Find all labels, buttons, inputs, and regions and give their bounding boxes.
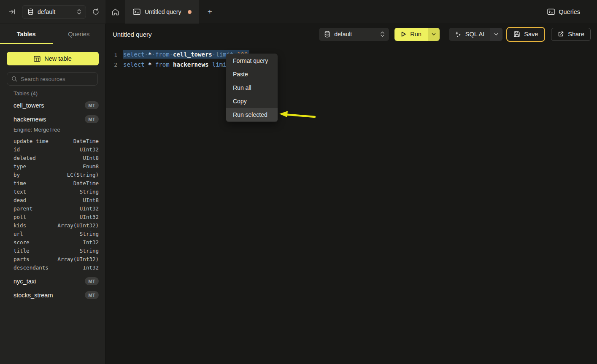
column-name: text <box>14 189 26 195</box>
sidebar: Tables Queries New table Tables (4 <box>0 24 105 364</box>
search-resources-input[interactable] <box>21 76 93 82</box>
table-row[interactable]: stocks_streamMT <box>0 288 105 302</box>
column-type: String <box>80 231 99 237</box>
column-name: url <box>14 231 23 237</box>
column-row: typeEnum8 <box>0 162 105 170</box>
search-icon <box>11 76 17 82</box>
column-name: descendants <box>14 264 49 271</box>
query-database-selector[interactable]: default <box>319 28 389 41</box>
column-type: DateTime <box>73 138 99 144</box>
column-name: title <box>14 248 30 254</box>
add-tab-button[interactable]: + <box>199 0 220 24</box>
share-icon <box>557 31 564 38</box>
column-name: type <box>14 163 26 170</box>
table-name: hackernews <box>14 116 46 123</box>
column-row: pollUInt32 <box>0 213 105 221</box>
chevron-down-icon <box>432 33 436 36</box>
query-controls: default Run <box>319 27 591 42</box>
column-type: UInt32 <box>80 214 99 220</box>
column-row: urlString <box>0 229 105 238</box>
table-columns: update_timeDateTimeidUInt32deletedUInt8t… <box>0 137 105 272</box>
queries-button-label: Queries <box>559 8 580 15</box>
table-grid-icon <box>34 56 41 62</box>
column-type: LC(String) <box>67 172 99 178</box>
column-name: parts <box>14 256 30 262</box>
code-token: hackernews <box>173 61 208 68</box>
code-text: select * from hackernews limit <box>123 61 230 68</box>
code-token: · <box>151 51 155 58</box>
menu-item-copy[interactable]: Copy <box>226 94 278 108</box>
code-token <box>151 61 155 68</box>
line-number: 1 <box>105 51 117 58</box>
refresh-button[interactable] <box>92 8 100 16</box>
engine-badge: MT <box>85 115 99 123</box>
save-button-label: Save <box>524 31 538 38</box>
table-row[interactable]: nyc_taxiMT <box>0 274 105 288</box>
sidebar-tab-tables[interactable]: Tables <box>0 24 53 44</box>
engine-badge: MT <box>85 291 99 299</box>
code-token <box>208 61 212 68</box>
menu-item-format-query[interactable]: Format query <box>226 54 278 67</box>
column-type: String <box>80 189 99 195</box>
share-button[interactable]: Share <box>551 28 591 41</box>
sidebar-tab-queries[interactable]: Queries <box>53 24 105 44</box>
table-row[interactable]: cell_towersMT <box>0 98 105 112</box>
column-name: parent <box>14 205 32 212</box>
topbar-left-section: default <box>0 0 105 24</box>
column-row: titleString <box>0 246 105 255</box>
collapse-sidebar-button[interactable] <box>8 8 16 16</box>
code-token: select <box>123 51 145 58</box>
column-row: timeDateTime <box>0 179 105 187</box>
code-token: cell_towers <box>173 51 212 58</box>
column-type: UInt8 <box>83 155 99 161</box>
terminal-icon <box>133 8 140 15</box>
column-row: textString <box>0 187 105 196</box>
sql-editor[interactable]: 1select·*·from·cell_towers·limit·1002sel… <box>105 44 597 364</box>
run-button[interactable]: Run <box>394 28 428 41</box>
table-name: stocks_stream <box>14 292 53 299</box>
menu-item-run-selected[interactable]: Run selected <box>226 108 278 121</box>
sql-ai-options-caret[interactable] <box>490 28 502 41</box>
topbar-right-section: Queries <box>547 0 597 24</box>
tab-untitled-query[interactable]: Untitled query <box>125 0 199 24</box>
code-token: · <box>145 51 148 58</box>
column-row: descendantsInt32 <box>0 263 105 272</box>
code-line[interactable]: 1select·*·from·cell_towers·limit·100 <box>105 49 597 59</box>
database-selector[interactable]: default <box>22 5 86 19</box>
column-name: dead <box>14 197 26 203</box>
column-type: String <box>80 248 99 254</box>
new-table-button[interactable]: New table <box>7 52 99 65</box>
plus-icon: + <box>208 7 212 16</box>
column-name: by <box>14 172 20 178</box>
column-type: Int32 <box>83 239 99 245</box>
code-token: from <box>155 61 170 68</box>
chevron-updown-icon <box>77 9 81 15</box>
column-row: parentUInt32 <box>0 204 105 213</box>
queries-icon <box>547 8 555 15</box>
save-icon <box>513 31 520 38</box>
menu-item-run-all[interactable]: Run all <box>226 81 278 94</box>
column-row: byLC(String) <box>0 170 105 179</box>
code-line[interactable]: 2select * from hackernews limit <box>105 59 597 70</box>
new-table-button-label: New table <box>44 55 71 62</box>
save-button[interactable]: Save <box>506 27 545 42</box>
sql-ai-button[interactable]: SQL AI <box>449 28 490 41</box>
home-icon <box>111 8 119 16</box>
menu-item-paste[interactable]: Paste <box>226 67 278 81</box>
refresh-icon <box>92 8 100 16</box>
column-row: partsArray(UInt32) <box>0 255 105 263</box>
query-title: Untitled query <box>113 31 152 38</box>
home-tab-button[interactable] <box>105 0 125 24</box>
column-name: poll <box>14 214 26 220</box>
database-selector-value: default <box>38 8 55 15</box>
code-token <box>145 61 148 68</box>
tables-list: Tables (4) cell_towersMThackernewsMTEngi… <box>0 90 105 302</box>
column-name: kids <box>14 222 26 229</box>
code-token: from <box>155 51 170 58</box>
queries-button[interactable]: Queries <box>547 8 580 15</box>
table-row[interactable]: hackernewsMT <box>0 112 105 126</box>
column-name: deleted <box>14 155 36 161</box>
column-type: UInt32 <box>80 146 99 153</box>
run-options-caret[interactable] <box>428 28 440 41</box>
tab-title: Untitled query <box>145 8 181 15</box>
